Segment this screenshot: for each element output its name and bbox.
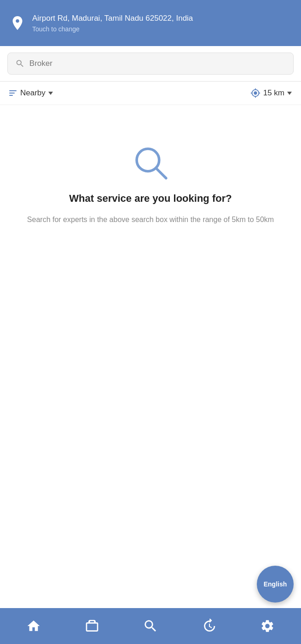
settings-icon: [260, 619, 275, 633]
nearby-chevron-icon: [48, 92, 53, 95]
search-bar[interactable]: [7, 53, 294, 75]
distance-chevron-icon: [287, 92, 292, 95]
bottom-navigation: [0, 608, 301, 644]
search-input[interactable]: [29, 59, 286, 68]
nav-home-button[interactable]: [5, 615, 63, 637]
search-bar-wrapper: [0, 46, 301, 82]
distance-filter-button[interactable]: 15 km: [250, 88, 292, 98]
search-nav-icon: [143, 618, 158, 634]
header[interactable]: Airport Rd, Madurai, Tamil Nadu 625022, …: [0, 0, 301, 46]
svg-line-1: [156, 169, 166, 178]
header-address: Airport Rd, Madurai, Tamil Nadu 625022, …: [32, 13, 193, 23]
nearby-filter-button[interactable]: Nearby: [9, 88, 53, 98]
big-search-icon: [130, 142, 171, 183]
nav-settings-button[interactable]: [238, 615, 296, 637]
empty-state-title: What service are you looking for?: [69, 193, 232, 205]
empty-state-subtitle: Search for experts in the above search b…: [27, 214, 274, 226]
filter-lines-icon: [9, 90, 17, 96]
empty-state: What service are you looking for? Search…: [0, 105, 301, 244]
english-fab-label: English: [264, 580, 287, 588]
nav-history-button[interactable]: [179, 615, 238, 637]
nav-search-button[interactable]: [122, 615, 180, 638]
briefcase-icon: [85, 619, 99, 633]
english-fab-button[interactable]: English: [257, 566, 294, 603]
header-text: Airport Rd, Madurai, Tamil Nadu 625022, …: [32, 13, 193, 33]
header-change-hint: Touch to change: [32, 25, 193, 33]
distance-label: 15 km: [263, 88, 284, 98]
history-icon: [202, 619, 216, 633]
location-pin-icon: [9, 15, 26, 31]
gps-icon: [250, 88, 260, 98]
home-icon: [26, 619, 41, 633]
nearby-label: Nearby: [20, 88, 46, 98]
nav-services-button[interactable]: [63, 615, 122, 637]
filters-row: Nearby 15 km: [0, 82, 301, 105]
search-bar-icon: [15, 59, 25, 69]
